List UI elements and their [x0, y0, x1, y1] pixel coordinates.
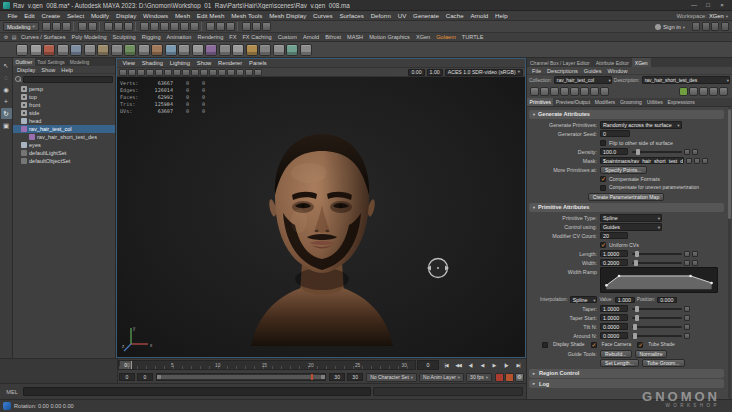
shelf-tab-arnold[interactable]: Arnold — [300, 33, 322, 42]
shelf-icon-05[interactable] — [70, 44, 82, 56]
shelf-icon-16[interactable] — [219, 44, 231, 56]
viewport-menu-renderer[interactable]: Renderer — [215, 59, 246, 67]
xgen-tab-utilities[interactable]: Utilities — [644, 98, 665, 106]
outliner-item-rav-hair-test-col[interactable]: rav_hair_test_col — [13, 125, 115, 133]
shelf-icon-02[interactable] — [30, 44, 42, 56]
menu-curves[interactable]: Curves — [310, 12, 336, 19]
outliner-menu-help[interactable]: Help — [58, 66, 76, 73]
go-to-start-button[interactable]: |◀ — [440, 360, 452, 371]
width-slider[interactable] — [632, 262, 682, 264]
shelf-icon-07[interactable] — [97, 44, 109, 56]
menu-cache[interactable]: Cache — [442, 12, 467, 19]
expression-icon[interactable] — [692, 260, 698, 266]
display-shade-checkbox[interactable] — [542, 342, 548, 348]
viewport-menu-view[interactable]: View — [119, 59, 138, 67]
rebuild-button[interactable]: Rebuild... — [600, 350, 632, 358]
camera-attributes-icon[interactable] — [137, 69, 145, 76]
use-all-lights-icon[interactable] — [209, 69, 217, 76]
make-live-icon[interactable] — [190, 22, 199, 31]
panel-tab-outliner[interactable]: Outliner — [13, 58, 35, 66]
shelf-tab-mash[interactable]: MASH — [344, 33, 366, 42]
anim-preferences-icon[interactable]: ⚙ — [515, 373, 524, 382]
shelf-tab-golaem[interactable]: Golaem — [433, 33, 459, 42]
snap-to-view-plane-icon[interactable] — [180, 22, 189, 31]
range-start-handle[interactable] — [157, 375, 161, 379]
viewport-menu-shading[interactable]: Shading — [138, 59, 166, 67]
shelf-icon-11[interactable] — [151, 44, 163, 56]
open-scene-icon[interactable] — [52, 22, 61, 31]
menu-select[interactable]: Select — [64, 12, 88, 19]
interpolation-dropdown[interactable]: Spline — [570, 296, 598, 303]
section-primitive-attributes[interactable]: Primitive Attributes — [529, 203, 724, 212]
length-slider[interactable] — [632, 253, 682, 255]
xgen-menu-guides[interactable]: Guides — [581, 67, 605, 74]
xgen-menu-descriptions[interactable]: Descriptions — [544, 67, 581, 74]
description-dropdown[interactable]: rav_hair_short_test_des — [642, 76, 730, 84]
shelf-tab-custom[interactable]: Custom — [275, 33, 300, 42]
shelf-icon-21[interactable] — [286, 44, 298, 56]
expression-icon[interactable] — [684, 333, 690, 339]
shelf-icon-03[interactable] — [43, 44, 55, 56]
collection-dropdown[interactable]: rav_hair_test_col — [554, 76, 612, 84]
menu-mesh[interactable]: Mesh — [172, 12, 194, 19]
xgen-refresh-icon[interactable] — [709, 87, 718, 96]
rotate-manipulator[interactable] — [425, 255, 451, 281]
character-set-selector[interactable]: No Character Set — [366, 373, 417, 382]
expression-icon[interactable] — [684, 324, 690, 330]
taper-field[interactable]: 1.0000 — [600, 305, 628, 312]
menu-set-selector[interactable]: Modeling — [3, 22, 39, 31]
shelf-tab-curves-surfaces[interactable]: Curves / Surfaces — [18, 33, 68, 42]
output-operations-icon[interactable] — [216, 22, 225, 31]
xgen-tab-modifiers[interactable]: Modifiers — [592, 98, 617, 106]
fps-selector[interactable]: 30 fps — [466, 373, 492, 382]
flip-checkbox[interactable] — [600, 140, 606, 146]
xgen-tab-preview-output[interactable]: Preview/Output — [553, 98, 592, 106]
expression-icon[interactable] — [692, 251, 698, 257]
normalize-button[interactable]: Normalize — [635, 350, 668, 358]
outliner-menu-display[interactable]: Display — [14, 66, 38, 73]
ramp-position-field[interactable]: 0.000 — [657, 297, 677, 303]
shelf-icon-12[interactable] — [165, 44, 177, 56]
grease-pencil-icon[interactable] — [173, 69, 181, 76]
animation-end-field[interactable]: 30 — [347, 373, 363, 381]
shelf-tab-fx-caching[interactable]: FX Caching — [239, 33, 274, 42]
shelf-tab-turtle[interactable]: TURTLE — [459, 33, 487, 42]
step-back-frame-button[interactable]: ◀| — [464, 360, 476, 371]
grid-display-icon[interactable] — [254, 69, 262, 76]
isolate-select-icon[interactable] — [245, 69, 253, 76]
playback-end-field[interactable]: 30 — [329, 373, 345, 381]
wireframe-shading-icon[interactable] — [182, 69, 190, 76]
shelf-menu-icon[interactable]: ⚙ — [2, 34, 10, 41]
paint-select-tool[interactable]: ◉ — [1, 84, 12, 95]
maximize-button[interactable]: □ — [701, 1, 715, 10]
toggle-channel-box-icon[interactable] — [692, 22, 700, 31]
new-scene-icon[interactable] — [42, 22, 51, 31]
animation-start-field[interactable]: 0 — [119, 373, 135, 381]
snap-to-projected-center-icon[interactable] — [170, 22, 179, 31]
gamma-field[interactable]: 1.00 — [427, 69, 443, 76]
specify-points-button[interactable]: Specify Points... — [600, 166, 647, 174]
menu-mesh-tools[interactable]: Mesh Tools — [228, 12, 266, 19]
redo-icon[interactable] — [88, 22, 97, 31]
paint-mask-icon[interactable] — [686, 158, 692, 164]
tube-groom-button[interactable]: Tube Groom... — [642, 359, 685, 367]
snap-to-point-icon[interactable] — [160, 22, 169, 31]
toggle-tool-settings-icon[interactable] — [711, 22, 719, 31]
move-tool[interactable]: + — [1, 96, 12, 107]
viewport-panel[interactable]: ViewShadingLightingShowRendererPanels 0.… — [116, 58, 526, 358]
length-field[interactable]: 1.0000 — [600, 250, 628, 257]
outliner-item-defaultobjectset[interactable]: defaultObjectSet — [13, 157, 115, 165]
taper-start-slider[interactable] — [632, 317, 682, 319]
xgen-tab-expressions[interactable]: Expressions — [665, 98, 697, 106]
uniform-cvs-checkbox[interactable] — [600, 242, 606, 248]
toggle-modeling-toolkit-icon[interactable] — [721, 22, 729, 31]
section-log[interactable]: Log — [529, 379, 724, 388]
xgen-guide-visibility-icon[interactable] — [590, 87, 599, 96]
shelf-tab-rendering[interactable]: Rendering — [194, 33, 226, 42]
generator-seed-field[interactable]: 0 — [600, 130, 630, 137]
menu-mesh-display[interactable]: Mesh Display — [266, 12, 310, 19]
model-head[interactable] — [237, 121, 407, 346]
xgen-create-collection-icon[interactable] — [550, 87, 559, 96]
screen-space-ao-icon[interactable] — [227, 69, 235, 76]
set-length-button[interactable]: Set Length... — [600, 359, 639, 367]
